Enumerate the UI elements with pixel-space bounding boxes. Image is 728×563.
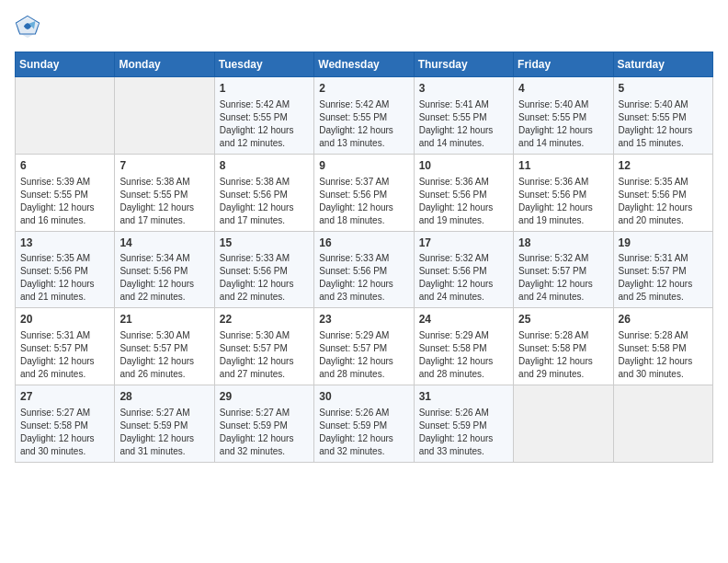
calendar-cell: 20Sunrise: 5:31 AM Sunset: 5:57 PM Dayli…: [16, 308, 115, 385]
day-number: 3: [419, 81, 508, 97]
weekday-header: Saturday: [613, 52, 712, 77]
calendar-cell: 19Sunrise: 5:31 AM Sunset: 5:57 PM Dayli…: [613, 231, 712, 308]
day-info: Sunrise: 5:42 AM Sunset: 5:55 PM Dayligh…: [319, 98, 408, 150]
day-info: Sunrise: 5:32 AM Sunset: 5:56 PM Dayligh…: [419, 252, 508, 304]
day-info: Sunrise: 5:37 AM Sunset: 5:56 PM Dayligh…: [319, 176, 408, 227]
day-number: 27: [20, 389, 109, 405]
day-number: 1: [220, 81, 309, 97]
logo: [15, 15, 44, 40]
day-info: Sunrise: 5:30 AM Sunset: 5:57 PM Dayligh…: [220, 329, 309, 381]
day-number: 9: [319, 158, 408, 174]
day-info: Sunrise: 5:32 AM Sunset: 5:57 PM Dayligh…: [518, 252, 608, 304]
weekday-header: Monday: [115, 52, 214, 77]
day-number: 21: [119, 312, 209, 327]
calendar-cell: 3Sunrise: 5:41 AM Sunset: 5:55 PM Daylig…: [414, 77, 513, 155]
calendar-cell: 31Sunrise: 5:26 AM Sunset: 5:59 PM Dayli…: [414, 385, 513, 463]
day-info: Sunrise: 5:29 AM Sunset: 5:57 PM Dayligh…: [319, 329, 408, 381]
calendar-cell: 23Sunrise: 5:29 AM Sunset: 5:57 PM Dayli…: [314, 308, 414, 385]
calendar-cell: [16, 77, 115, 155]
weekday-header: Thursday: [414, 52, 513, 77]
calendar-cell: 2Sunrise: 5:42 AM Sunset: 5:55 PM Daylig…: [314, 77, 414, 155]
calendar-cell: 8Sunrise: 5:38 AM Sunset: 5:56 PM Daylig…: [214, 154, 313, 231]
day-number: 31: [419, 389, 508, 405]
day-info: Sunrise: 5:27 AM Sunset: 5:59 PM Dayligh…: [119, 407, 209, 458]
calendar-week-row: 27Sunrise: 5:27 AM Sunset: 5:58 PM Dayli…: [16, 385, 713, 463]
calendar-cell: 13Sunrise: 5:35 AM Sunset: 5:56 PM Dayli…: [16, 231, 115, 308]
day-number: 24: [419, 312, 508, 327]
day-number: 8: [220, 158, 309, 174]
day-info: Sunrise: 5:27 AM Sunset: 5:58 PM Dayligh…: [20, 407, 109, 458]
day-info: Sunrise: 5:36 AM Sunset: 5:56 PM Dayligh…: [518, 176, 608, 227]
day-info: Sunrise: 5:27 AM Sunset: 5:59 PM Dayligh…: [220, 407, 309, 458]
calendar-cell: 16Sunrise: 5:33 AM Sunset: 5:56 PM Dayli…: [314, 231, 414, 308]
calendar-cell: 29Sunrise: 5:27 AM Sunset: 5:59 PM Dayli…: [214, 385, 313, 463]
day-number: 23: [319, 312, 408, 327]
weekday-header: Tuesday: [214, 52, 313, 77]
calendar-week-row: 13Sunrise: 5:35 AM Sunset: 5:56 PM Dayli…: [16, 231, 713, 308]
weekday-header: Friday: [514, 52, 613, 77]
day-info: Sunrise: 5:38 AM Sunset: 5:55 PM Dayligh…: [119, 176, 209, 227]
day-number: 4: [518, 81, 608, 97]
day-number: 19: [619, 236, 708, 251]
weekday-header: Sunday: [16, 52, 115, 77]
day-info: Sunrise: 5:40 AM Sunset: 5:55 PM Dayligh…: [619, 98, 708, 150]
calendar-cell: 11Sunrise: 5:36 AM Sunset: 5:56 PM Dayli…: [514, 154, 613, 231]
logo-icon: [15, 15, 40, 40]
day-info: Sunrise: 5:40 AM Sunset: 5:55 PM Dayligh…: [518, 98, 608, 150]
day-number: 11: [518, 158, 608, 174]
day-info: Sunrise: 5:34 AM Sunset: 5:56 PM Dayligh…: [119, 252, 209, 304]
day-info: Sunrise: 5:39 AM Sunset: 5:55 PM Dayligh…: [20, 176, 109, 227]
calendar-cell: [613, 385, 712, 463]
day-info: Sunrise: 5:38 AM Sunset: 5:56 PM Dayligh…: [220, 176, 309, 227]
calendar-cell: [115, 77, 214, 155]
day-number: 14: [119, 236, 209, 251]
calendar-cell: 12Sunrise: 5:35 AM Sunset: 5:56 PM Dayli…: [613, 154, 712, 231]
day-number: 16: [319, 236, 408, 251]
day-number: 18: [518, 236, 608, 251]
day-info: Sunrise: 5:31 AM Sunset: 5:57 PM Dayligh…: [20, 329, 109, 381]
weekday-header: Wednesday: [314, 52, 414, 77]
calendar-week-row: 20Sunrise: 5:31 AM Sunset: 5:57 PM Dayli…: [16, 308, 713, 385]
calendar-cell: 4Sunrise: 5:40 AM Sunset: 5:55 PM Daylig…: [514, 77, 613, 155]
day-number: 5: [619, 81, 708, 97]
day-info: Sunrise: 5:30 AM Sunset: 5:57 PM Dayligh…: [119, 329, 209, 381]
day-number: 29: [220, 389, 309, 405]
calendar-cell: 5Sunrise: 5:40 AM Sunset: 5:55 PM Daylig…: [613, 77, 712, 155]
calendar-cell: 9Sunrise: 5:37 AM Sunset: 5:56 PM Daylig…: [314, 154, 414, 231]
day-info: Sunrise: 5:26 AM Sunset: 5:59 PM Dayligh…: [319, 407, 408, 458]
calendar-cell: 30Sunrise: 5:26 AM Sunset: 5:59 PM Dayli…: [314, 385, 414, 463]
calendar-cell: 24Sunrise: 5:29 AM Sunset: 5:58 PM Dayli…: [414, 308, 513, 385]
day-number: 13: [20, 236, 109, 251]
calendar-week-row: 6Sunrise: 5:39 AM Sunset: 5:55 PM Daylig…: [16, 154, 713, 231]
day-number: 30: [319, 389, 408, 405]
calendar-cell: 1Sunrise: 5:42 AM Sunset: 5:55 PM Daylig…: [214, 77, 313, 155]
day-info: Sunrise: 5:31 AM Sunset: 5:57 PM Dayligh…: [619, 252, 708, 304]
calendar-cell: 18Sunrise: 5:32 AM Sunset: 5:57 PM Dayli…: [514, 231, 613, 308]
day-number: 25: [518, 312, 608, 327]
calendar-cell: 28Sunrise: 5:27 AM Sunset: 5:59 PM Dayli…: [115, 385, 214, 463]
day-info: Sunrise: 5:33 AM Sunset: 5:56 PM Dayligh…: [220, 252, 309, 304]
day-info: Sunrise: 5:41 AM Sunset: 5:55 PM Dayligh…: [419, 98, 508, 150]
day-number: 20: [20, 312, 109, 327]
day-number: 6: [20, 158, 109, 174]
day-number: 15: [220, 236, 309, 251]
day-number: 26: [619, 312, 708, 327]
calendar-cell: 14Sunrise: 5:34 AM Sunset: 5:56 PM Dayli…: [115, 231, 214, 308]
day-info: Sunrise: 5:35 AM Sunset: 5:56 PM Dayligh…: [619, 176, 708, 227]
day-number: 22: [220, 312, 309, 327]
calendar-cell: 15Sunrise: 5:33 AM Sunset: 5:56 PM Dayli…: [214, 231, 313, 308]
calendar-cell: 22Sunrise: 5:30 AM Sunset: 5:57 PM Dayli…: [214, 308, 313, 385]
page-header: [15, 15, 713, 40]
calendar-cell: [514, 385, 613, 463]
calendar-week-row: 1Sunrise: 5:42 AM Sunset: 5:55 PM Daylig…: [16, 77, 713, 155]
day-number: 17: [419, 236, 508, 251]
day-number: 7: [119, 158, 209, 174]
calendar-table: SundayMondayTuesdayWednesdayThursdayFrid…: [15, 52, 713, 463]
weekday-header-row: SundayMondayTuesdayWednesdayThursdayFrid…: [16, 52, 713, 77]
day-info: Sunrise: 5:28 AM Sunset: 5:58 PM Dayligh…: [518, 329, 608, 381]
calendar-cell: 27Sunrise: 5:27 AM Sunset: 5:58 PM Dayli…: [16, 385, 115, 463]
day-number: 12: [619, 158, 708, 174]
day-info: Sunrise: 5:33 AM Sunset: 5:56 PM Dayligh…: [319, 252, 408, 304]
calendar-cell: 26Sunrise: 5:28 AM Sunset: 5:58 PM Dayli…: [613, 308, 712, 385]
day-info: Sunrise: 5:36 AM Sunset: 5:56 PM Dayligh…: [419, 176, 508, 227]
